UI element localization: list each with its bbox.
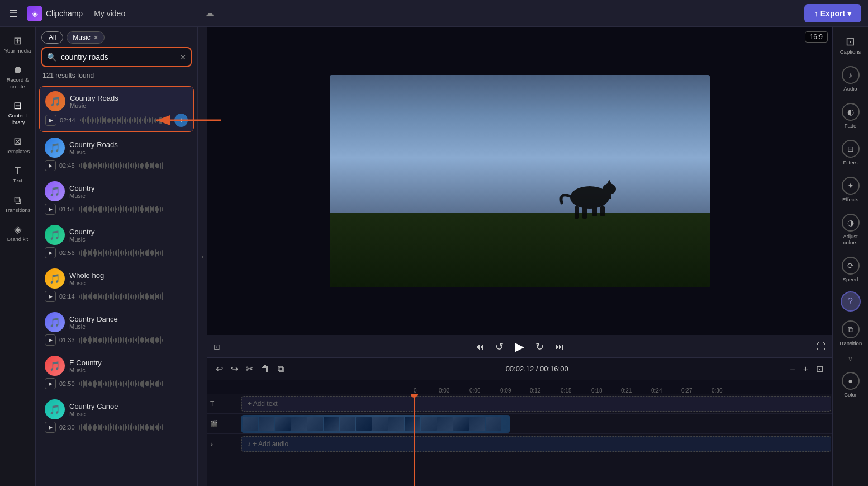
fit-timeline-button[interactable]: ⊡ [814,362,826,375]
right-sidebar-item-filters[interactable]: ⊟ Filters [834,135,867,170]
timeline-ruler: 0 0:03 0:06 0:09 0:12 0:15 0:18 0:21 0:2… [207,380,832,394]
panel-filters: All Music ✕ [36,27,197,47]
audio-icon: ♪ [848,70,852,79]
music-item[interactable]: 🎵 Whole hog Music ▶ 02:14 [39,264,194,306]
redo-button[interactable]: ↪ [229,362,240,375]
add-audio-label[interactable]: ♪ + Add audio [241,436,831,452]
filter-music-remove-button[interactable]: ✕ [93,34,98,41]
right-sidebar-item-audio[interactable]: ♪ Audio [834,62,867,96]
timeline-area: ↩ ↪ ✂ 🗑 ⧉ 00:02.12 / 00:16:00 − + ⊡ 0 [207,357,832,486]
music-thumb: 🎵 [45,91,65,111]
sidebar-item-brand-kit[interactable]: ◈ Brand kit [2,220,34,247]
music-name: Country Dance [69,315,188,323]
tracks-container: T + Add text 🎬 [207,394,832,486]
music-item[interactable]: 🎵 Country Roads Music ▶ 02:45 [39,133,194,176]
sidebar-label-templates: Templates [6,148,30,154]
music-item[interactable]: 🎵 Country Dance Music ▶ 01:33 [39,308,194,350]
skip-back-button[interactable]: ⏮ [475,342,484,352]
right-sidebar-item-effects[interactable]: ✦ Effects [834,172,867,207]
music-item-top: 🎵 Country Canoe Music [45,399,188,419]
delete-button[interactable]: 🗑 [259,363,272,375]
help-button[interactable]: ? [841,291,861,312]
filter-music-button[interactable]: Music ✕ [67,31,104,44]
music-item[interactable]: 🎵 Country Music ▶ 02:56 [39,220,194,263]
video-track-label-icon: 🎬 [207,420,240,427]
effects-icon: ✦ [847,181,854,190]
music-type: Music [69,236,188,243]
sidebar-item-record-create[interactable]: ⏺ Record & create [2,60,34,94]
music-info: Country Music [69,184,188,199]
sidebar-item-text[interactable]: T Text [2,161,34,188]
sidebar-item-content-library[interactable]: ⊟ Content library [2,96,34,130]
music-item-bottom: ▶ 02:50 [45,378,188,389]
forward-button[interactable]: ↻ [535,341,544,353]
play-button[interactable]: ▶ [45,115,56,126]
waveform [79,335,188,345]
music-thumb: 🎵 [45,312,65,332]
sidebar-item-your-media[interactable]: ⊞ Your media [2,31,34,58]
sidebar-item-templates[interactable]: ⊠ Templates [2,132,34,159]
right-sidebar-item-captions[interactable]: ⊡ Captions [834,31,867,59]
music-item-top: 🎵 Country Music [45,225,188,245]
waveform [79,204,188,214]
add-text-label[interactable]: + Add text [241,396,831,412]
right-sidebar-item-transition[interactable]: ⧉ Transition [834,316,867,351]
search-clear-button[interactable]: ✕ [176,53,191,62]
sidebar-label-your-media: Your media [4,48,31,54]
hamburger-menu-button[interactable]: ☰ [7,5,20,22]
zoom-in-button[interactable]: + [801,363,810,375]
play-button[interactable]: ▶ [45,247,56,258]
captions-button[interactable]: ⊡ [214,342,220,351]
music-item-bottom: ▶ 01:58 [45,204,188,215]
search-input[interactable] [61,48,176,66]
expand-button[interactable]: ⛶ [817,342,826,352]
skip-forward-button[interactable]: ⏭ [555,342,564,352]
sidebar-label-text: Text [13,177,22,183]
play-button[interactable]: ▶ [45,378,56,389]
cut-button[interactable]: ✂ [244,362,255,375]
zoom-out-button[interactable]: − [788,363,797,375]
filter-music-label: Music [73,34,90,41]
music-type: Music [69,410,188,417]
frame-thumbnail [469,417,485,431]
audio-track-label-icon: ♪ [207,441,240,447]
filters-circle: ⊟ [842,140,860,158]
music-item-top: 🎵 Country Roads Music [45,91,188,111]
music-item[interactable]: 🎵 Country Music ▶ 01:58 [39,177,194,219]
export-button[interactable]: ↑ Export ▾ [804,4,861,22]
panel-collapse-button[interactable]: ‹ [198,27,207,486]
music-item[interactable]: 🎵 Country Roads Music ▶ 02:44 + [39,86,194,132]
undo-button[interactable]: ↩ [214,362,225,375]
right-sidebar-item-speed[interactable]: ⟳ Speed [834,252,867,287]
play-button[interactable]: ▶ [45,334,56,346]
rewind-button[interactable]: ↺ [495,341,504,353]
play-button[interactable]: ▶ [45,422,56,433]
play-button[interactable]: ▶ [45,204,56,215]
filter-all-button[interactable]: All [41,31,63,44]
music-item-top: 🎵 Whole hog Music [45,268,188,289]
video-clip[interactable] [241,415,510,433]
effects-circle: ✦ [842,177,860,195]
svg-rect-5 [582,206,587,219]
play-button[interactable]: ▶ [45,291,56,302]
sidebar-item-transitions[interactable]: ⧉ Transitions [2,191,34,218]
sidebar-label-record-create: Record & create [4,77,32,89]
adjust-colors-icon: ◑ [847,218,854,227]
add-to-timeline-button[interactable]: + [174,114,188,127]
music-name: Country [69,228,188,236]
aspect-ratio-badge[interactable]: 16:9 [805,31,828,43]
music-item[interactable]: 🎵 Country Canoe Music ▶ 02:30 [39,395,194,437]
play-button[interactable]: ▶ [45,160,56,171]
play-pause-button[interactable]: ▶ [515,339,524,354]
right-sidebar-item-adjust-colors[interactable]: ◑ Adjust colors [834,209,867,250]
transitions-icon: ⧉ [14,195,21,205]
right-sidebar-item-fade[interactable]: ◐ Fade [834,98,867,133]
right-sidebar-item-color[interactable]: ● Color [834,367,867,402]
duplicate-button[interactable]: ⧉ [276,363,286,375]
video-title-input[interactable] [89,7,196,20]
music-item[interactable]: 🎵 E Country Music ▶ 02:50 [39,351,194,394]
music-info: Country Canoe Music [69,402,188,417]
video-track-frames [241,415,502,433]
video-ground [330,213,710,287]
timeline-zoom-controls: − + ⊡ [788,362,826,375]
